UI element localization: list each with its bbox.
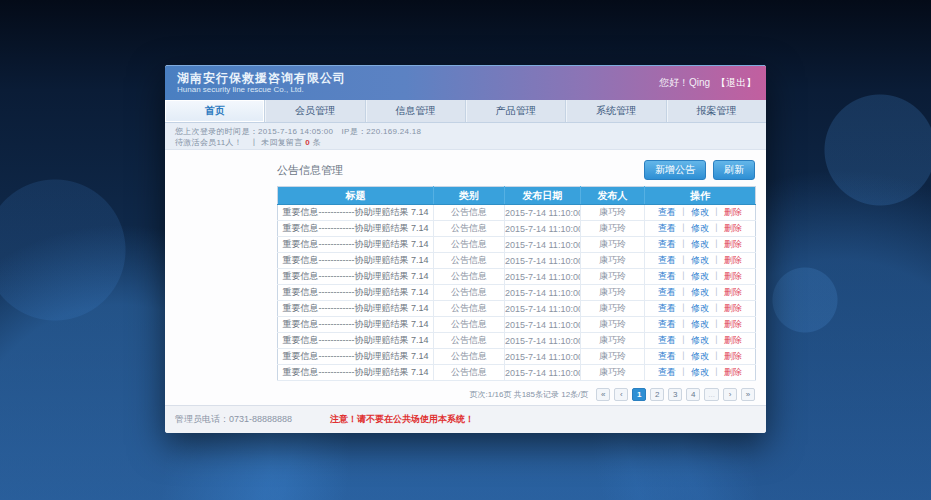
cell-publisher: 康巧玲 [581,365,645,381]
cell-operations: 查看丨修改丨删除 [645,221,756,237]
edit-link[interactable]: 修改 [691,223,709,233]
nav-tab-1[interactable]: 会员管理 [265,100,365,122]
company-title: 湖南安行保救援咨询有限公司 [177,71,346,85]
cell-operations: 查看丨修改丨删除 [645,269,756,285]
warning-notice-text: 注意！请不要在公共场使用本系统！ [330,413,474,426]
nav-tab-2[interactable]: 信息管理 [366,100,466,122]
page-button-prev[interactable]: ‹ [614,388,628,401]
cell-title: 重要信息------------协助理赔结果 7.14 [278,301,434,317]
view-link[interactable]: 查看 [658,367,676,377]
content-area: 公告信息管理 新增公告 刷新 标题 类别 发布日期 发布人 操作 [165,150,766,405]
edit-link[interactable]: 修改 [691,319,709,329]
delete-link[interactable]: 删除 [724,335,742,345]
view-link[interactable]: 查看 [658,255,676,265]
delete-link[interactable]: 删除 [724,319,742,329]
view-link[interactable]: 查看 [658,223,676,233]
add-announcement-button[interactable]: 新增公告 [644,160,706,180]
logout-link[interactable]: 【退出】 [716,76,756,90]
op-separator: 丨 [679,319,688,329]
cell-title: 重要信息------------协助理赔结果 7.14 [278,269,434,285]
pagination: 页次:1/16页 共185条记录 12条/页 «‹1234...›» [277,388,755,401]
delete-link[interactable]: 删除 [724,239,742,249]
nav-tab-3[interactable]: 产品管理 [466,100,566,122]
col-header-category: 类别 [434,187,505,205]
cell-publisher: 康巧玲 [581,205,645,221]
view-link[interactable]: 查看 [658,239,676,249]
cell-operations: 查看丨修改丨删除 [645,301,756,317]
edit-link[interactable]: 修改 [691,239,709,249]
view-link[interactable]: 查看 [658,351,676,361]
view-link[interactable]: 查看 [658,335,676,345]
edit-link[interactable]: 修改 [691,207,709,217]
pending-members-text: 待激活会员11人！ 丨 未回复留言 [175,138,305,147]
page-button-first[interactable]: « [596,388,610,401]
col-header-publisher: 发布人 [581,187,645,205]
op-separator: 丨 [712,351,721,361]
nav-tab-5[interactable]: 报案管理 [667,100,766,122]
view-link[interactable]: 查看 [658,303,676,313]
cell-publisher: 康巧玲 [581,349,645,365]
edit-link[interactable]: 修改 [691,351,709,361]
page-button-next[interactable]: › [723,388,737,401]
cell-category: 公告信息 [434,221,505,237]
edit-link[interactable]: 修改 [691,255,709,265]
op-separator: 丨 [712,287,721,297]
cell-title: 重要信息------------协助理赔结果 7.14 [278,237,434,253]
delete-link[interactable]: 删除 [724,271,742,281]
cell-category: 公告信息 [434,205,505,221]
cell-category: 公告信息 [434,253,505,269]
status-bar: 您上次登录的时间是：2015-7-16 14:05:00 IP是：220.169… [165,123,766,150]
view-link[interactable]: 查看 [658,287,676,297]
desktop-background: 湖南安行保救援咨询有限公司 Hunan security line rescue… [0,0,931,500]
cell-date: 2015-7-14 11:10:00 [505,317,581,333]
main-nav: 首页会员管理信息管理产品管理系统管理报案管理 [165,100,766,123]
delete-link[interactable]: 删除 [724,303,742,313]
edit-link[interactable]: 修改 [691,367,709,377]
op-separator: 丨 [712,271,721,281]
cell-category: 公告信息 [434,333,505,349]
cell-operations: 查看丨修改丨删除 [645,205,756,221]
op-separator: 丨 [679,335,688,345]
nav-tab-0[interactable]: 首页 [165,100,265,122]
cell-operations: 查看丨修改丨删除 [645,333,756,349]
op-separator: 丨 [712,239,721,249]
member-status-text: 待激活会员11人！ 丨 未回复留言 0 条 [175,137,766,148]
op-separator: 丨 [679,271,688,281]
refresh-button[interactable]: 刷新 [713,160,755,180]
page-button-2[interactable]: 2 [650,388,664,401]
cell-title: 重要信息------------协助理赔结果 7.14 [278,285,434,301]
page-button-3[interactable]: 3 [668,388,682,401]
cell-date: 2015-7-14 11:10:00 [505,301,581,317]
delete-link[interactable]: 删除 [724,287,742,297]
edit-link[interactable]: 修改 [691,303,709,313]
cell-title: 重要信息------------协助理赔结果 7.14 [278,253,434,269]
delete-link[interactable]: 删除 [724,351,742,361]
delete-link[interactable]: 删除 [724,207,742,217]
op-separator: 丨 [679,351,688,361]
table-row: 重要信息------------协助理赔结果 7.14公告信息2015-7-14… [278,253,756,269]
op-separator: 丨 [712,303,721,313]
edit-link[interactable]: 修改 [691,287,709,297]
brand: 湖南安行保救援咨询有限公司 Hunan security line rescue… [177,71,346,95]
cell-publisher: 康巧玲 [581,333,645,349]
cell-category: 公告信息 [434,269,505,285]
delete-link[interactable]: 删除 [724,255,742,265]
page-button-last[interactable]: » [741,388,755,401]
edit-link[interactable]: 修改 [691,271,709,281]
cell-publisher: 康巧玲 [581,237,645,253]
delete-link[interactable]: 删除 [724,367,742,377]
page-button-1[interactable]: 1 [632,388,646,401]
page-button-4[interactable]: 4 [686,388,700,401]
table-row: 重要信息------------协助理赔结果 7.14公告信息2015-7-14… [278,365,756,381]
view-link[interactable]: 查看 [658,271,676,281]
cell-publisher: 康巧玲 [581,253,645,269]
view-link[interactable]: 查看 [658,319,676,329]
delete-link[interactable]: 删除 [724,223,742,233]
pagination-summary: 页次:1/16页 共185条记录 12条/页 [470,389,589,400]
cell-operations: 查看丨修改丨删除 [645,237,756,253]
view-link[interactable]: 查看 [658,207,676,217]
table-row: 重要信息------------协助理赔结果 7.14公告信息2015-7-14… [278,333,756,349]
nav-tab-4[interactable]: 系统管理 [566,100,666,122]
edit-link[interactable]: 修改 [691,335,709,345]
op-separator: 丨 [712,223,721,233]
